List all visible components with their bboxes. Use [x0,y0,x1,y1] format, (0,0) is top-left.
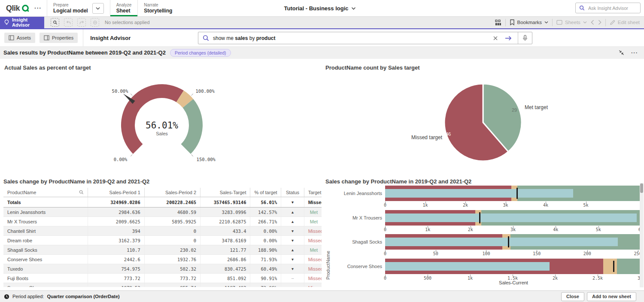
sales-change-table[interactable]: ProductNameSales-Period 1Sales-Period 2S… [3,188,322,287]
table-cell[interactable]: Missed [304,255,322,264]
table-cell[interactable]: 72.06% [250,283,281,287]
table-cell[interactable]: Missed [304,274,322,283]
table-row[interactable]: Conserve Shoes2442.61932.762686.8671.93%… [3,255,322,264]
table-cell[interactable]: 773.72 [88,274,144,283]
table-cell[interactable]: Missed [304,236,322,245]
table-row[interactable]: Tuxedo754.975502.32830.472560.49%▼Missed [3,264,322,274]
bullet-category-label[interactable]: Lenin Jeansshorts [322,191,382,196]
bullet-measure-bar[interactable] [385,238,618,246]
column-search-icon[interactable] [79,190,84,195]
insight-advisor-button[interactable]: Insight Advisor [0,16,44,28]
table-cell[interactable]: Conserve Shoes [3,255,88,264]
table-cell[interactable]: 90.91% [250,274,281,283]
table-cell[interactable]: 394 [88,226,144,236]
table-totals-row[interactable]: Totals324969.0286200228.2465357465.93146… [3,197,322,207]
tab-analyze[interactable]: Analyze Sheet [110,0,138,16]
table-cell[interactable]: 0 [144,226,200,236]
gauge-chart[interactable]: 0.00%50.00%100.00%150.00%56.01%Sales [97,78,226,172]
table-cell[interactable]: ▼ [281,283,304,287]
table-cell[interactable]: 433.4 [200,226,250,236]
table-cell[interactable]: 3283.0996 [200,207,250,217]
bullet-category-label[interactable]: Conserve Shoes [322,264,382,269]
table-cell[interactable]: Met [304,207,322,217]
table-cell[interactable]: Dream robe [3,236,88,245]
table-cell[interactable]: ▼ [281,226,304,236]
app-title[interactable]: Tutorial - Business logic [284,0,355,16]
table-cell[interactable]: 200228.2465 [144,197,200,207]
insight-query[interactable]: show me sales by product [213,35,275,41]
app-objects-grid-icon[interactable] [495,19,501,26]
more-options-icon[interactable]: ··· [631,49,638,56]
global-menu-icon[interactable]: ··· [33,0,47,16]
table-cell[interactable]: -- [281,274,304,283]
step-back-icon[interactable] [64,18,73,27]
table-cell[interactable]: ▲ [281,245,304,255]
table-row[interactable]: Shagall Socks110.7230.02121.77188.90%▲Me… [3,245,322,255]
bullet-category-label[interactable]: Mr X Trousers [322,215,382,220]
microphone-icon[interactable] [522,35,528,41]
bookmarks-button[interactable]: Bookmarks [510,19,549,25]
table-cell[interactable]: 4680.59 [144,207,200,217]
bullet-measure-bar[interactable] [385,189,573,198]
table-cell[interactable]: 110.7 [88,245,144,255]
clear-query-icon[interactable] [493,36,498,40]
column-header[interactable]: Sales-Period 1 [88,188,144,197]
tab-narrate[interactable]: Narrate Storytelling [137,0,178,16]
table-cell[interactable]: Sapporoo Gloves [3,283,88,287]
bullet-measure-bar[interactable] [385,262,550,271]
scrollbar-thumb[interactable] [640,183,643,193]
table-cell[interactable]: 1079.53 [88,283,144,287]
gauge-segment[interactable] [121,84,184,154]
table-cell[interactable]: 502.32 [144,264,200,274]
properties-button[interactable]: Properties [39,33,78,43]
table-cell[interactable]: 851.092 [200,274,250,283]
scrollbar[interactable] [640,183,644,287]
table-cell[interactable]: 2686.86 [200,255,250,264]
table-cell[interactable]: 0.00% [250,226,281,236]
clear-selections-icon[interactable] [91,18,99,27]
ask-insight-advisor-search[interactable] [575,3,641,13]
bullet-bar[interactable] [385,234,642,250]
table-cell[interactable]: 324969.0286 [88,197,144,207]
prepare-dropdown-button[interactable] [92,3,104,14]
table-cell[interactable]: 830.4725 [200,264,250,274]
qlik-logo[interactable]: Qlik [0,0,33,16]
table-cell[interactable]: 60.49% [250,264,281,274]
gauge-segment[interactable] [181,99,203,154]
table-cell[interactable]: 5895.9925 [144,217,200,226]
table-cell[interactable]: 0.00% [250,236,281,245]
table-cell[interactable]: ▼ [281,197,304,207]
table-cell[interactable]: Missed [304,283,322,287]
table-cell[interactable]: 3478.6169 [200,236,250,245]
close-button[interactable]: Close [561,292,584,301]
table-cell[interactable]: Missed [304,226,322,236]
column-header[interactable]: Target [304,188,322,197]
table-row[interactable]: Fuji Boots773.72773.72851.09290.91%--Mis… [3,274,322,283]
table-cell[interactable]: 2984.636 [88,207,144,217]
column-header[interactable]: Status [281,188,304,197]
table-row[interactable]: Lenin Jeansshorts2984.6364680.593283.099… [3,207,322,217]
table-cell[interactable]: 2009.6625 [88,217,144,226]
table-cell[interactable]: Lenin Jeansshorts [3,207,88,217]
table-cell[interactable]: Totals [3,197,88,207]
submit-query-icon[interactable] [505,36,512,41]
table-cell[interactable]: 3162.379 [88,236,144,245]
bullet-bar[interactable] [385,186,642,201]
table-cell[interactable]: Mr X Trousers [3,217,88,226]
period-changes-badge[interactable]: Period changes (detailed) [170,49,231,57]
table-cell[interactable]: 855.74 [144,283,200,287]
next-sheet-icon[interactable] [598,20,601,25]
pie-chart[interactable] [442,81,524,164]
bullet-chart[interactable]: ProductName Sales-Current Lenin Jeanssho… [322,183,642,288]
column-header[interactable]: Sales-Target [200,188,250,197]
smart-search-icon[interactable] [51,18,59,27]
column-header[interactable]: % of target [250,188,281,197]
column-header[interactable]: ProductName [3,188,88,197]
table-cell[interactable]: ▼ [281,236,304,245]
table-cell[interactable]: 71.93% [250,255,281,264]
table-cell[interactable]: Tuxedo [3,264,88,274]
table-row[interactable]: Dream robe3162.37903478.61690.00%▼Missed [3,236,322,245]
table-cell[interactable]: ▼ [281,255,304,264]
insight-advisor-search-bar[interactable]: show me sales by product [198,32,532,44]
tab-prepare[interactable]: Prepare Logical model [47,0,110,16]
